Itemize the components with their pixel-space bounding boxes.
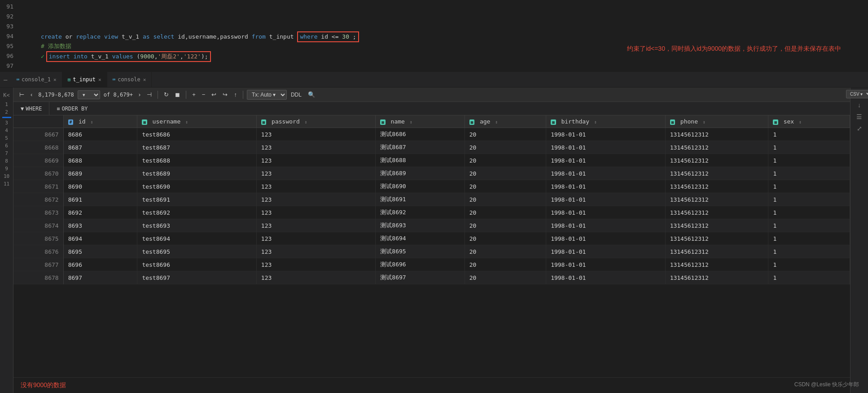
td-password: 123 [256,154,375,167]
add-row-button[interactable]: + [190,90,198,99]
td-username: test8690 [137,180,256,193]
td-sex: 1 [768,206,850,219]
table-row[interactable]: 8667 8686 test8686 123 测试8686 20 1998-01… [13,128,850,141]
page-size-select[interactable]: ▾ [78,90,100,99]
th-id[interactable]: # id ⇕ [63,115,137,128]
td-id: 8696 [63,258,137,271]
td-rownum: 8674 [13,219,63,232]
th-birthday-sort: ⇕ [594,119,597,124]
code-line-92 [18,12,868,22]
td-id: 8690 [63,180,137,193]
table-row[interactable]: 8670 8689 test8689 123 测试8689 20 1998-01… [13,167,850,180]
bottom-bar: 没有9000的数据 [13,377,850,393]
td-age: 20 [465,245,546,258]
refresh-button[interactable]: ↻ [162,90,171,99]
td-birthday: 1998-01-01 [546,219,665,232]
table-container[interactable]: # id ⇕ ▦ username ⇕ ▦ password ⇕ [13,115,850,377]
td-birthday: 1998-01-01 [546,271,665,284]
td-birthday: 1998-01-01 [546,141,665,154]
tab-console_1[interactable]: ⌨ console_1 ✕ [11,72,62,88]
td-age: 20 [465,258,546,271]
stop-button[interactable]: ◼ [173,90,182,99]
tab-close-console[interactable]: ✕ [143,77,146,83]
th-phone[interactable]: ▦ phone ⇕ [665,115,768,128]
up-button[interactable]: ↑ [232,90,239,99]
th-age-sort: ⇕ [495,119,498,124]
td-age: 20 [465,141,546,154]
th-sex[interactable]: ▦ sex ⇕ [768,115,850,128]
last-page-button[interactable]: ⊣ [145,90,154,99]
table-row[interactable]: 8672 8691 test8691 123 测试8691 20 1998-01… [13,193,850,206]
delete-row-button[interactable]: − [200,90,208,99]
expand-button[interactable]: ⤢ [855,124,864,133]
collapse-icon[interactable]: — [4,76,7,83]
td-password: 123 [256,232,375,245]
where-filter-btn[interactable]: ▼ WHERE [13,102,49,115]
tx-dropdown[interactable]: Tx: Auto ▾ [247,90,287,100]
table-row[interactable]: 8668 8687 test8687 123 测试8687 20 1998-01… [13,141,850,154]
download-button[interactable]: ↓ [856,100,862,110]
td-username: test8693 [137,219,256,232]
td-id: 8694 [63,232,137,245]
th-sex-icon: ▦ [773,119,778,125]
td-sex: 1 [768,128,850,141]
csv-dropdown[interactable]: CSV ▾ [846,90,868,98]
td-name: 测试8697 [376,271,465,284]
search-button[interactable]: 🔍 [306,90,317,99]
td-sex: 1 [768,154,850,167]
td-sex: 1 [768,232,850,245]
table-row[interactable]: 8676 8695 test8695 123 测试8695 20 1998-01… [13,245,850,258]
undo-button[interactable]: ↩ [209,90,219,99]
filter-columns-button[interactable]: ☰ [855,112,864,122]
table-row[interactable]: 8671 8690 test8690 123 测试8690 20 1998-01… [13,180,850,193]
next-page-button[interactable]: › [136,90,143,99]
td-rownum: 8678 [13,271,63,284]
td-age: 20 [465,219,546,232]
line-numbers: 91 92 93 94 95 96 97 [0,0,18,72]
tab-close-t_input[interactable]: ✕ [98,77,101,83]
td-birthday: 1998-01-01 [546,154,665,167]
code-line-93: create or replace view t_v_1 as select i… [18,22,868,31]
tab-close-console1[interactable]: ✕ [53,77,57,83]
tab-t_input[interactable]: ⊞ t_input ✕ [62,72,107,88]
table-row[interactable]: 8678 8697 test8697 123 测试8697 20 1998-01… [13,271,850,284]
td-age: 20 [465,232,546,245]
bottom-message: 没有9000的数据 [21,381,66,389]
th-birthday[interactable]: ▦ birthday ⇕ [546,115,665,128]
table-row[interactable]: 8673 8692 test8692 123 测试8692 20 1998-01… [13,206,850,219]
table-header-row: # id ⇕ ▦ username ⇕ ▦ password ⇕ [13,115,850,128]
th-sex-sort: ⇕ [799,119,802,124]
th-password[interactable]: ▦ password ⇕ [256,115,375,128]
th-age[interactable]: ▦ age ⇕ [465,115,546,128]
table-row[interactable]: 8669 8688 test8688 123 测试8688 20 1998-01… [13,154,850,167]
tab-console[interactable]: ⌨ console ✕ [107,72,152,88]
data-table: # id ⇕ ▦ username ⇕ ▦ password ⇕ [13,115,850,284]
th-name[interactable]: ▦ name ⇕ [376,115,465,128]
prev-page-button[interactable]: ‹ [28,90,35,99]
th-birthday-icon: ▦ [551,119,556,125]
separator-2 [186,91,186,99]
th-username[interactable]: ▦ username ⇕ [137,115,256,128]
td-rownum: 8671 [13,180,63,193]
order-by-btn[interactable]: ≡ ORDER BY [49,102,95,115]
table-row[interactable]: 8674 8693 test8693 123 测试8693 20 1998-01… [13,219,850,232]
td-id: 8692 [63,206,137,219]
td-rownum: 8670 [13,167,63,180]
table-row[interactable]: 8677 8696 test8696 123 测试8696 20 1998-01… [13,258,850,271]
console-icon-1: ⌨ [16,77,19,83]
td-age: 20 [465,271,546,284]
first-page-button[interactable]: ⊢ [17,90,26,99]
td-password: 123 [256,206,375,219]
td-age: 20 [465,128,546,141]
td-age: 20 [465,193,546,206]
td-password: 123 [256,271,375,284]
th-phone-sort: ⇕ [703,119,706,124]
th-id-sort: ⇕ [90,119,93,124]
table-row[interactable]: 8675 8694 test8694 123 测试8694 20 1998-01… [13,232,850,245]
ddl-button[interactable]: DDL [289,91,304,99]
redo-button[interactable]: ↪ [220,90,230,99]
content-area: ⊢ ‹ 8,179-8,678 ▾ of 8,679+ › ⊣ ↻ ◼ + − … [13,88,850,393]
annotation-text: 约束了id<=30，同时插入id为9000的数据，执行成功了，但是并未保存在表中 [627,45,841,53]
tab-label-console1: console_1 [22,76,51,83]
table-icon: ⊞ [68,77,71,83]
